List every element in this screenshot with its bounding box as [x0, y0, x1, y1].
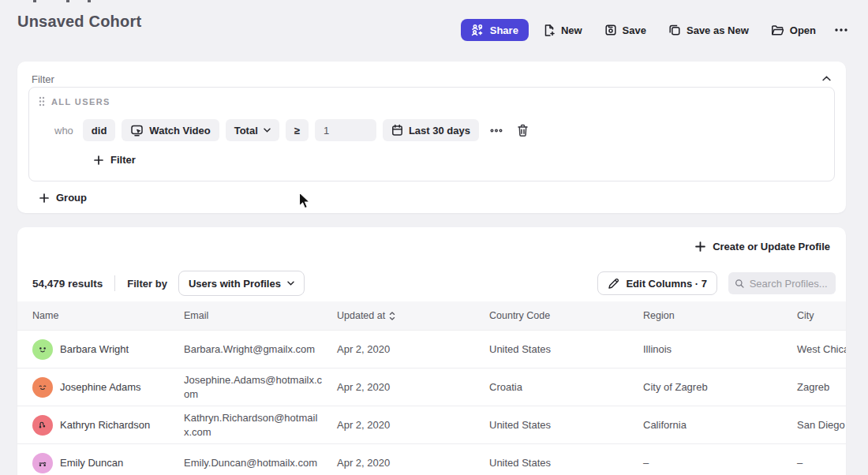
threshold-value: 1	[324, 125, 329, 137]
profile-updated-at: Apr 2, 2020	[337, 343, 489, 355]
more-actions-icon[interactable]	[830, 19, 852, 41]
plus-icon	[695, 241, 705, 252]
avatar	[32, 377, 53, 398]
column-header-email[interactable]: Email	[184, 310, 337, 321]
drag-handle-icon[interactable]	[39, 96, 45, 107]
clipped-breadcrumb-remnant	[88, 0, 91, 2]
search-icon	[735, 278, 745, 290]
operator-selector-label: ≥	[294, 125, 300, 137]
plus-icon	[94, 155, 103, 165]
profile-country-code: United States	[489, 343, 643, 355]
create-or-update-profile-button[interactable]: Create or Update Profile	[695, 238, 830, 254]
group-label: ALL USERS	[51, 97, 110, 107]
column-header-updated-at[interactable]: Updated at	[337, 310, 489, 321]
profile-updated-at: Apr 2, 2020	[337, 419, 489, 431]
column-header-region[interactable]: Region	[643, 310, 797, 321]
add-group-button[interactable]: Group	[39, 192, 87, 204]
open-folder-icon	[771, 24, 784, 36]
profile-filter-value: Users with Profiles	[189, 278, 281, 290]
event-selector-label: Watch Video	[149, 125, 210, 137]
date-range-label: Last 30 days	[409, 125, 470, 137]
profile-email: Josephine.Adams@hotmailx.com	[184, 373, 337, 401]
cohort-group: ALL USERS who did Watch Video Total	[28, 87, 835, 181]
table-row[interactable]: Kathryn Richardson Kathryn.Richardson@ho…	[17, 406, 846, 443]
table-header: Name Email Updated at Country Code Regio…	[17, 301, 846, 330]
profile-city: –	[797, 457, 846, 469]
profile-region: City of Zagreb	[643, 381, 797, 393]
create-or-update-profile-label: Create or Update Profile	[713, 241, 830, 252]
add-filter-label: Filter	[110, 154, 136, 166]
event-selector[interactable]: Watch Video	[122, 119, 219, 141]
edit-columns-label: Edit Columns · 7	[626, 278, 707, 290]
profile-region: –	[643, 457, 797, 469]
table-row[interactable]: Josephine Adams Josephine.Adams@hotmailx…	[17, 368, 846, 406]
clipped-breadcrumb-remnant	[33, 0, 36, 2]
date-range-selector[interactable]: Last 30 days	[383, 119, 479, 141]
profile-region: California	[643, 419, 797, 431]
profile-country-code: United States	[489, 419, 643, 431]
table-row[interactable]: Barbara Wright Barbara.Wright@gmailx.com…	[17, 330, 846, 368]
profile-city: San Diego	[797, 419, 846, 431]
profile-city: West Chicago	[797, 343, 846, 355]
avatar	[32, 453, 53, 473]
divider	[114, 275, 115, 291]
share-button-label: Share	[490, 24, 518, 36]
chevron-down-icon	[264, 128, 271, 133]
filter-row: who did Watch Video Total ≥	[54, 119, 533, 141]
add-filter-button[interactable]: Filter	[94, 154, 136, 166]
profile-email: Kathryn.Richardson@hotmailx.com	[184, 411, 337, 439]
profile-city: Zagreb	[797, 381, 846, 393]
delete-filter-row-icon[interactable]	[514, 121, 533, 140]
save-button-label: Save	[623, 24, 646, 36]
operator-selector[interactable]: ≥	[286, 119, 309, 141]
add-group-label: Group	[56, 192, 87, 204]
plus-icon	[39, 193, 49, 203]
header-toolbar: Share New Save Save as New	[461, 19, 852, 41]
results-count: 54,479 results	[32, 278, 103, 290]
avatar	[32, 415, 53, 436]
threshold-value-input[interactable]: 1	[315, 119, 376, 141]
column-header-city[interactable]: City	[797, 310, 846, 321]
share-people-icon	[471, 24, 485, 36]
calendar-icon	[391, 124, 403, 137]
aggregation-selector[interactable]: Total	[226, 119, 279, 141]
save-as-new-icon	[668, 24, 681, 36]
profiles-table: Name Email Updated at Country Code Regio…	[17, 301, 846, 475]
avatar	[32, 339, 53, 360]
search-profiles-box[interactable]	[728, 272, 836, 294]
profile-email: Barbara.Wright@gmailx.com	[184, 342, 337, 357]
profile-country-code: United States	[489, 457, 643, 469]
edit-columns-button[interactable]: Edit Columns · 7	[597, 271, 717, 295]
filter-panel-title: Filter	[32, 73, 54, 85]
filter-row-more-icon[interactable]	[487, 121, 506, 140]
new-button[interactable]: New	[535, 19, 590, 41]
save-button[interactable]: Save	[597, 19, 654, 41]
profile-updated-at: Apr 2, 2020	[337, 457, 489, 469]
share-button[interactable]: Share	[461, 19, 529, 41]
aggregation-selector-label: Total	[234, 125, 258, 137]
profile-updated-at: Apr 2, 2020	[337, 381, 489, 393]
profile-filter-dropdown[interactable]: Users with Profiles	[178, 271, 305, 296]
event-icon	[130, 124, 144, 137]
collapse-filter-icon[interactable]	[817, 69, 835, 87]
open-button[interactable]: Open	[763, 19, 824, 41]
sort-icon	[389, 312, 395, 320]
new-button-label: New	[561, 24, 582, 36]
pencil-icon	[608, 278, 619, 290]
did-selector-label: did	[92, 125, 107, 137]
table-row[interactable]: Emily Duncan Emily.Duncan@hotmailx.com A…	[17, 443, 846, 475]
profile-name: Kathryn Richardson	[60, 419, 150, 431]
save-icon	[604, 24, 617, 36]
clipped-breadcrumb-remnant	[66, 0, 69, 2]
column-header-country-code[interactable]: Country Code	[489, 310, 643, 321]
profile-name: Josephine Adams	[60, 381, 141, 393]
did-selector[interactable]: did	[83, 119, 116, 141]
profile-name: Barbara Wright	[60, 343, 129, 355]
profile-region: Illinois	[643, 343, 797, 355]
filter-by-label: Filter by	[127, 278, 167, 290]
search-profiles-input[interactable]	[750, 278, 829, 290]
profile-country-code: Croatia	[489, 381, 643, 393]
save-as-new-button[interactable]: Save as New	[660, 19, 757, 41]
open-button-label: Open	[790, 24, 816, 36]
column-header-name[interactable]: Name	[32, 310, 184, 321]
